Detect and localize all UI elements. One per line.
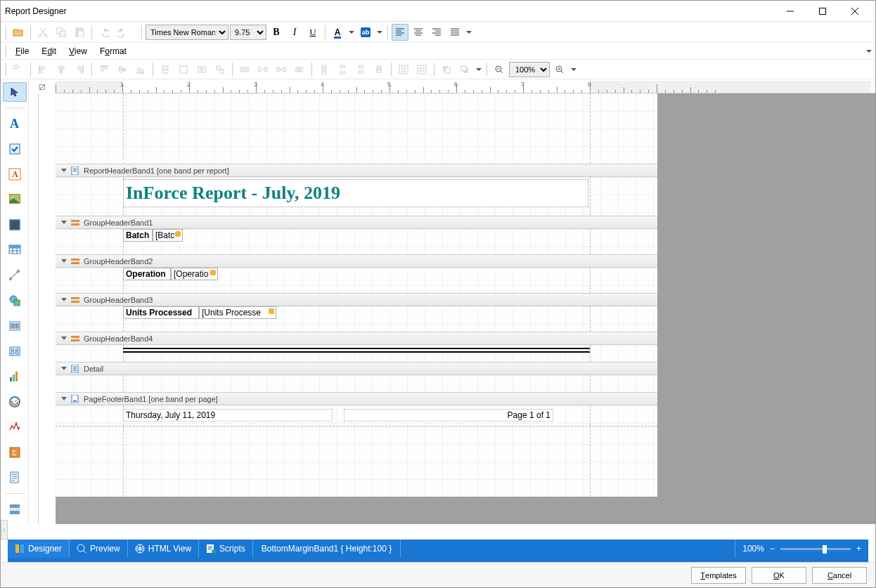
font-size-select[interactable]: 9.75: [230, 25, 266, 40]
horizontal-line[interactable]: [123, 348, 590, 349]
vspace-increase-button[interactable]: [334, 61, 351, 78]
font-color-dropdown[interactable]: [347, 24, 356, 41]
redo-button[interactable]: [114, 24, 131, 41]
panel-tool[interactable]: [3, 215, 27, 235]
zipcode-tool[interactable]: 88: [3, 341, 27, 361]
scripts-tab[interactable]: Scripts: [199, 540, 253, 558]
collapse-icon[interactable]: [61, 221, 67, 224]
align-center-obj-button[interactable]: [53, 61, 70, 78]
open-button[interactable]: [10, 24, 27, 41]
band-group2[interactable]: GroupHeaderBand2: [56, 254, 657, 268]
align-right-button[interactable]: [428, 24, 445, 41]
preview-tab[interactable]: Preview: [70, 540, 128, 558]
page-surface[interactable]: ReportHeaderBand1 [one band per report] …: [56, 93, 657, 497]
align-justify-button[interactable]: [446, 24, 463, 41]
units-label[interactable]: Units Processed: [123, 306, 199, 319]
horizontal-line[interactable]: [123, 351, 590, 353]
order-dropdown[interactable]: [475, 61, 483, 78]
html-view-tab[interactable]: HTML View: [128, 540, 199, 558]
align-middle-obj-button[interactable]: [114, 61, 131, 78]
band-group3[interactable]: GroupHeaderBand3: [56, 293, 657, 306]
align-right-obj-button[interactable]: [71, 61, 88, 78]
band-group4[interactable]: GroupHeaderBand4: [56, 332, 657, 345]
view-menu[interactable]: View: [63, 45, 93, 58]
band-report-header[interactable]: ReportHeaderBand1 [one band per report]: [56, 164, 657, 177]
paste-button[interactable]: [71, 24, 88, 41]
same-width-button[interactable]: [157, 61, 174, 78]
pagebreak-tool[interactable]: [3, 499, 27, 519]
sparkline-tool[interactable]: [3, 417, 27, 437]
italic-button[interactable]: I: [286, 24, 303, 41]
operation-label[interactable]: Operation: [123, 268, 171, 280]
vspace-remove-button[interactable]: [371, 61, 387, 78]
operation-field[interactable]: [Operatio: [171, 268, 218, 280]
bring-front-button[interactable]: [438, 61, 455, 78]
line-tool[interactable]: [3, 266, 27, 285]
units-field[interactable]: [Units Processe: [199, 306, 276, 319]
hspace-decrease-button[interactable]: [273, 61, 290, 78]
pointer-tool[interactable]: [3, 82, 27, 102]
underline-button[interactable]: U: [304, 24, 321, 41]
chart-tool[interactable]: [3, 367, 27, 386]
pivot-tool[interactable]: Σ: [3, 443, 27, 462]
align-dropdown[interactable]: [465, 24, 473, 41]
band-page-footer[interactable]: PageFooterBand1 [one band per page]: [56, 392, 657, 405]
table-tool[interactable]: [3, 240, 27, 260]
shape-tool[interactable]: [3, 291, 27, 311]
checkbox-tool[interactable]: [3, 139, 27, 159]
highlight-dropdown[interactable]: [375, 24, 384, 41]
align-top-obj-button[interactable]: [96, 61, 112, 78]
highlight-button[interactable]: ab: [357, 24, 374, 41]
align-center-button[interactable]: [410, 24, 427, 41]
align-grid-button[interactable]: [10, 61, 27, 78]
close-button[interactable]: [839, 1, 871, 22]
font-name-select[interactable]: Times New Roman: [146, 25, 228, 40]
zoom-out-button[interactable]: [491, 61, 508, 78]
size-to-grid-button[interactable]: [175, 61, 192, 78]
align-left-obj-button[interactable]: [34, 61, 51, 78]
hspace-increase-button[interactable]: [255, 61, 271, 78]
same-height-button[interactable]: [193, 61, 210, 78]
align-left-button[interactable]: [392, 24, 408, 41]
format-menu[interactable]: Format: [94, 45, 132, 58]
cancel-button[interactable]: Cancel: [812, 567, 867, 584]
minimize-button[interactable]: [774, 1, 806, 22]
label-tool[interactable]: A: [3, 114, 27, 133]
subreport-tool[interactable]: [3, 468, 27, 488]
send-back-button[interactable]: [456, 61, 473, 78]
font-color-button[interactable]: A: [329, 24, 346, 41]
picture-tool[interactable]: [3, 190, 27, 209]
ruler-corner[interactable]: [29, 81, 56, 93]
hspace-remove-button[interactable]: [291, 61, 308, 78]
cut-button[interactable]: [34, 24, 51, 41]
page-number-field[interactable]: Page 1 of 1: [344, 409, 553, 422]
zoom-select[interactable]: 100%: [509, 62, 550, 77]
bold-button[interactable]: B: [268, 24, 285, 41]
copy-button[interactable]: [53, 24, 70, 41]
hspace-equal-button[interactable]: [236, 61, 253, 78]
zoom-slider[interactable]: [780, 548, 851, 550]
band-group1[interactable]: GroupHeaderBand1: [56, 216, 657, 229]
collapse-icon[interactable]: [61, 169, 67, 172]
ok-button[interactable]: OK: [752, 567, 806, 584]
center-horiz-button[interactable]: [395, 61, 412, 78]
barcode-tool[interactable]: [3, 316, 27, 336]
collapse-icon[interactable]: [61, 298, 67, 301]
gauge-tool[interactable]: [3, 392, 27, 412]
richtext-tool[interactable]: A: [3, 164, 27, 184]
file-menu[interactable]: File: [10, 45, 34, 58]
report-title-field[interactable]: InForce Report - July, 2019: [123, 179, 588, 207]
menu-overflow-button[interactable]: [864, 46, 874, 56]
collapse-icon[interactable]: [61, 367, 67, 370]
expand-panel-button[interactable]: ›: [1, 520, 8, 540]
maximize-button[interactable]: [806, 1, 839, 22]
date-field[interactable]: Thursday, July 11, 2019: [123, 409, 333, 422]
vspace-equal-button[interactable]: [316, 61, 333, 78]
edit-menu[interactable]: Edit: [36, 45, 62, 58]
collapse-icon[interactable]: [61, 397, 67, 400]
zoom-minus[interactable]: −: [770, 544, 775, 554]
batch-label[interactable]: Batch: [123, 229, 153, 242]
designer-tab[interactable]: Designer: [8, 540, 70, 558]
batch-field[interactable]: [Batc: [153, 229, 183, 242]
zoom-plus[interactable]: +: [856, 544, 861, 554]
